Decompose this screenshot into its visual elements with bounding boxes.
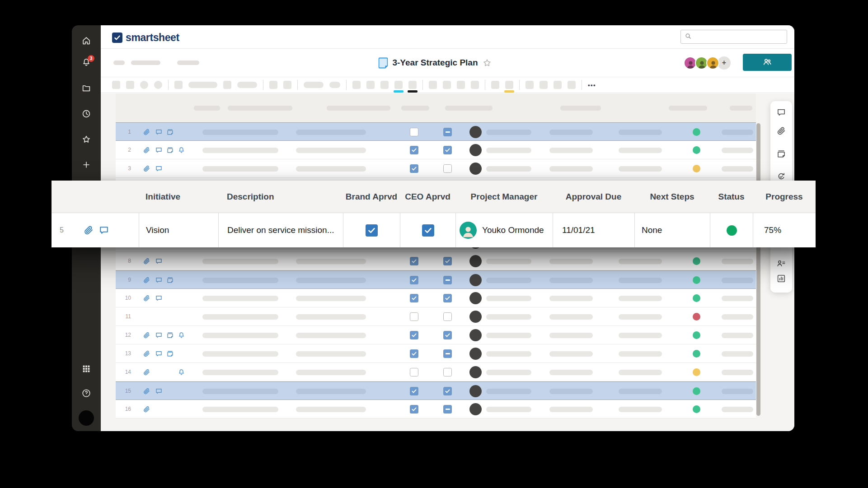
toolbar-more-button[interactable]: ••• bbox=[588, 82, 596, 88]
checkbox-checked[interactable] bbox=[410, 146, 418, 154]
attachment-icon[interactable] bbox=[143, 276, 150, 284]
checkbox-checked[interactable] bbox=[443, 146, 452, 154]
panel-contacts-button[interactable] bbox=[776, 258, 786, 268]
table-row[interactable]: 1 bbox=[116, 122, 756, 141]
toolbar-button-skeleton[interactable] bbox=[174, 81, 183, 89]
checkbox-indeterminate[interactable] bbox=[443, 276, 452, 284]
toolbar-button-skeleton[interactable] bbox=[505, 81, 513, 89]
reminder-icon[interactable] bbox=[178, 146, 185, 154]
sidebar-item-help[interactable] bbox=[81, 388, 91, 398]
toolbar-button-skeleton[interactable] bbox=[237, 82, 257, 88]
toolbar-button-skeleton[interactable] bbox=[443, 81, 451, 89]
toolbar-button-skeleton[interactable] bbox=[525, 81, 534, 89]
attachment-icon[interactable] bbox=[83, 225, 94, 236]
toolbar-button-skeleton[interactable] bbox=[491, 81, 499, 89]
toolbar-button-skeleton[interactable] bbox=[329, 82, 340, 88]
checkbox-checked[interactable] bbox=[443, 387, 452, 395]
add-collaborator-button[interactable]: + bbox=[718, 56, 731, 70]
proof-icon[interactable] bbox=[166, 350, 174, 358]
comment-icon[interactable] bbox=[155, 331, 163, 339]
checkbox-empty[interactable] bbox=[443, 312, 452, 321]
sidebar-item-notifications[interactable]: 3 bbox=[81, 57, 91, 67]
panel-update-requests-button[interactable] bbox=[776, 172, 786, 181]
search-box[interactable] bbox=[680, 30, 787, 44]
toolbar-button-skeleton[interactable] bbox=[408, 81, 417, 89]
table-row[interactable]: 8 bbox=[116, 252, 756, 270]
table-row[interactable]: 2 bbox=[116, 141, 756, 159]
table-row[interactable]: 12 bbox=[116, 326, 756, 344]
reminder-icon[interactable] bbox=[178, 368, 185, 376]
sidebar-item-apps[interactable] bbox=[81, 364, 91, 374]
checkbox-checked[interactable] bbox=[410, 257, 418, 265]
toolbar-button-skeleton[interactable] bbox=[126, 81, 134, 89]
smartsheet-logo[interactable]: smartsheet bbox=[112, 32, 179, 44]
attachment-icon[interactable] bbox=[143, 405, 150, 413]
toolbar-button-skeleton[interactable] bbox=[568, 81, 576, 89]
attachment-icon[interactable] bbox=[143, 146, 150, 154]
toolbar-button-skeleton[interactable] bbox=[283, 81, 291, 89]
checkbox-checked[interactable] bbox=[410, 349, 418, 358]
checkbox-checked[interactable] bbox=[366, 224, 378, 237]
checkbox-empty[interactable] bbox=[443, 368, 452, 376]
toolbar-button-skeleton[interactable] bbox=[380, 81, 389, 89]
comment-icon[interactable] bbox=[155, 276, 163, 284]
checkbox-checked[interactable] bbox=[410, 164, 418, 173]
avatar[interactable] bbox=[79, 410, 94, 426]
comment-icon[interactable] bbox=[155, 146, 163, 154]
checkbox-indeterminate[interactable] bbox=[443, 128, 452, 136]
attachment-icon[interactable] bbox=[143, 331, 150, 339]
checkbox-checked[interactable] bbox=[443, 331, 452, 339]
comment-icon[interactable] bbox=[99, 225, 109, 236]
attachment-icon[interactable] bbox=[143, 350, 150, 358]
sidebar-item-home[interactable] bbox=[81, 36, 91, 46]
toolbar-button-skeleton[interactable] bbox=[554, 81, 562, 89]
toolbar-button-skeleton[interactable] bbox=[471, 81, 479, 89]
toolbar-button-skeleton[interactable] bbox=[304, 82, 324, 88]
attachment-icon[interactable] bbox=[143, 294, 150, 302]
sidebar-item-browse[interactable] bbox=[81, 83, 91, 93]
checkbox-checked[interactable] bbox=[410, 276, 418, 284]
table-row[interactable]: 11 bbox=[116, 307, 756, 326]
reminder-icon[interactable] bbox=[178, 331, 185, 339]
sidebar-item-favorites[interactable] bbox=[81, 135, 91, 144]
table-row[interactable]: 3 bbox=[116, 159, 756, 178]
checkbox-checked[interactable] bbox=[443, 294, 452, 302]
toolbar-button-skeleton[interactable] bbox=[223, 81, 231, 89]
toolbar-button-skeleton[interactable] bbox=[140, 81, 148, 89]
panel-summary-chart-button[interactable] bbox=[776, 274, 786, 284]
toolbar-button-skeleton[interactable] bbox=[154, 81, 162, 89]
toolbar-button-skeleton[interactable] bbox=[394, 81, 403, 89]
checkbox-empty[interactable] bbox=[410, 128, 418, 136]
checkbox-checked[interactable] bbox=[422, 224, 434, 237]
toolbar-button-skeleton[interactable] bbox=[457, 81, 465, 89]
checkbox-checked[interactable] bbox=[410, 294, 418, 302]
comment-icon[interactable] bbox=[155, 387, 163, 395]
comment-icon[interactable] bbox=[155, 350, 163, 358]
table-row[interactable]: 10 bbox=[116, 289, 756, 307]
comment-icon[interactable] bbox=[155, 165, 163, 172]
checkbox-checked[interactable] bbox=[410, 387, 418, 395]
attachment-icon[interactable] bbox=[143, 368, 150, 376]
proof-icon[interactable] bbox=[166, 128, 174, 136]
panel-proofs-button[interactable] bbox=[776, 149, 786, 159]
proof-icon[interactable] bbox=[166, 146, 174, 154]
table-row[interactable]: 9 bbox=[116, 270, 756, 289]
toolbar-button-skeleton[interactable] bbox=[429, 81, 437, 89]
toolbar-button-skeleton[interactable] bbox=[366, 81, 375, 89]
checkbox-indeterminate[interactable] bbox=[443, 405, 452, 414]
favorite-star-icon[interactable] bbox=[483, 58, 492, 68]
share-button[interactable] bbox=[743, 54, 792, 71]
toolbar-button-skeleton[interactable] bbox=[540, 81, 548, 89]
search-input[interactable] bbox=[694, 33, 787, 41]
checkbox-checked[interactable] bbox=[410, 331, 418, 339]
sidebar-item-create[interactable] bbox=[81, 160, 91, 170]
checkbox-checked[interactable] bbox=[443, 257, 452, 265]
avatar-collaborator-3[interactable] bbox=[706, 56, 719, 70]
comment-icon[interactable] bbox=[155, 257, 163, 265]
panel-comments-button[interactable] bbox=[776, 107, 786, 117]
sidebar-item-recents[interactable] bbox=[81, 109, 91, 119]
attachment-icon[interactable] bbox=[143, 165, 150, 172]
toolbar-button-skeleton[interactable] bbox=[112, 81, 120, 89]
checkbox-checked[interactable] bbox=[410, 405, 418, 414]
toolbar-button-skeleton[interactable] bbox=[352, 81, 361, 89]
